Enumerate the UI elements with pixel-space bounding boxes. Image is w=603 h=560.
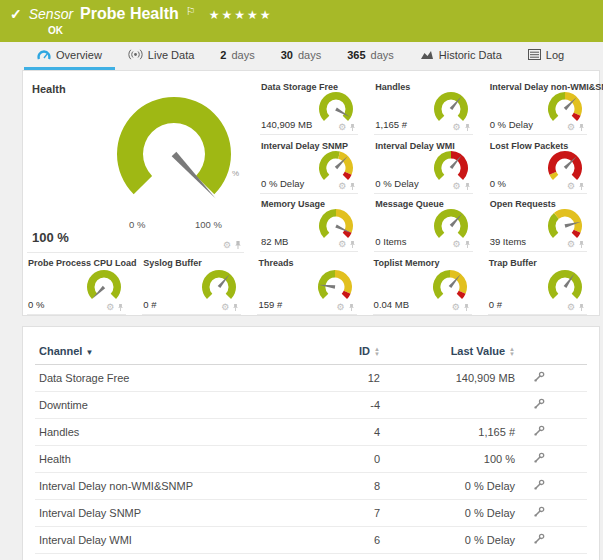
pin-icon[interactable] bbox=[578, 123, 585, 132]
channels-panel: Channel▼ ID▲▼ Last Value▲▼ Data Storage … bbox=[22, 326, 600, 560]
channel-settings-icon[interactable] bbox=[533, 371, 545, 383]
gauge-cell-toplist-memory: Toplist Memory 0.04 MB ⚙ bbox=[369, 253, 484, 315]
sort-desc-icon: ▼ bbox=[85, 348, 93, 357]
gear-icon[interactable]: ⚙ bbox=[567, 240, 575, 249]
gear-icon[interactable]: ⚙ bbox=[567, 303, 575, 312]
column-header-actions bbox=[515, 341, 587, 365]
pin-icon[interactable] bbox=[464, 123, 471, 132]
tab-log[interactable]: Log bbox=[515, 42, 577, 70]
priority-stars[interactable]: ★★★★★ bbox=[209, 8, 273, 22]
bottom-gauges-row: Probe Process CPU Load 0 % ⚙ Syslog Buff… bbox=[23, 253, 599, 315]
gear-icon[interactable]: ⚙ bbox=[338, 240, 346, 249]
page-title: Probe Health bbox=[80, 5, 179, 23]
column-header-id[interactable]: ID▲▼ bbox=[325, 341, 380, 365]
pin-icon[interactable] bbox=[578, 240, 585, 249]
gauge-cell-interval-delay-wmi: Interval Delay WMI 0 % Delay ⚙ bbox=[370, 136, 484, 194]
tab-30-days[interactable]: 30 days bbox=[268, 42, 335, 70]
pin-icon[interactable] bbox=[232, 303, 239, 312]
table-row[interactable]: Interval Delay SNMP 7 0 % Delay bbox=[35, 500, 587, 527]
health-gauge-min-label: 0 % bbox=[129, 219, 145, 230]
health-gauge-value: 100 % bbox=[32, 230, 69, 245]
sensor-header: ✓ Sensor Probe Health ⚐ ★★★★★ OK bbox=[0, 0, 603, 42]
pin-icon[interactable] bbox=[578, 303, 585, 312]
syslog-buffer-gauge bbox=[199, 267, 239, 307]
threads-gauge bbox=[315, 267, 355, 307]
gauge-cell-memory-usage: Memory Usage 82 MB ⚙ bbox=[256, 194, 370, 252]
gauges-panel: Health % 0 % 100 % 100 % ⚙ Data Storage … bbox=[22, 70, 600, 316]
tab-overview[interactable]: Overview bbox=[24, 42, 115, 70]
pin-icon[interactable] bbox=[348, 303, 355, 312]
log-icon bbox=[528, 49, 541, 60]
gauge-cell-threads: Threads 159 # ⚙ bbox=[253, 253, 368, 315]
table-row[interactable]: Lost Flow Packets 10 0 % bbox=[35, 554, 587, 560]
channels-table-body: Data Storage Free 12 140,909 MB Downtime… bbox=[35, 365, 587, 560]
chart-icon bbox=[420, 49, 434, 60]
gear-icon[interactable]: ⚙ bbox=[453, 240, 461, 249]
pin-icon[interactable] bbox=[349, 182, 356, 191]
sort-icon: ▲▼ bbox=[509, 347, 515, 357]
gear-icon[interactable]: ⚙ bbox=[106, 303, 114, 312]
pin-icon[interactable] bbox=[117, 303, 124, 312]
sensor-type-label: Sensor bbox=[29, 6, 73, 22]
column-header-last-value[interactable]: Last Value▲▼ bbox=[380, 341, 515, 365]
gauge-cell-syslog-buffer: Syslog Buffer 0 # ⚙ bbox=[138, 253, 253, 315]
pin-icon[interactable] bbox=[463, 303, 470, 312]
pin-icon[interactable] bbox=[464, 182, 471, 191]
table-row[interactable]: Health 0 100 % bbox=[35, 446, 587, 473]
channel-settings-icon[interactable] bbox=[533, 398, 545, 410]
pin-icon[interactable] bbox=[349, 123, 356, 132]
table-row[interactable]: Interval Delay non-WMI&SNMP 8 0 % Delay bbox=[35, 473, 587, 500]
gear-icon[interactable]: ⚙ bbox=[221, 303, 229, 312]
gauge-cell-handles: Handles 1,165 # ⚙ bbox=[370, 77, 484, 135]
gear-icon[interactable]: ⚙ bbox=[452, 303, 460, 312]
channel-settings-icon[interactable] bbox=[533, 479, 545, 491]
gear-icon[interactable]: ⚙ bbox=[567, 182, 575, 191]
channel-settings-icon[interactable] bbox=[533, 452, 545, 464]
tab-365-days[interactable]: 365 days bbox=[334, 42, 407, 70]
health-gauge bbox=[109, 89, 239, 219]
health-gauge-max-label: 100 % bbox=[195, 219, 222, 230]
gauge-cell-message-queue: Message Queue 0 Items ⚙ bbox=[370, 194, 484, 252]
gear-icon[interactable]: ⚙ bbox=[567, 123, 575, 132]
gear-icon[interactable]: ⚙ bbox=[453, 123, 461, 132]
channel-settings-icon[interactable] bbox=[533, 425, 545, 437]
channel-settings-icon[interactable] bbox=[533, 506, 545, 518]
tab-2-days[interactable]: 2 days bbox=[207, 42, 267, 70]
tab-live-data[interactable]: Live Data bbox=[115, 42, 207, 70]
pin-icon[interactable] bbox=[234, 240, 242, 250]
table-row[interactable]: Data Storage Free 12 140,909 MB bbox=[35, 365, 587, 392]
table-row[interactable]: Downtime -4 bbox=[35, 392, 587, 419]
table-row[interactable]: Handles 4 1,165 # bbox=[35, 419, 587, 446]
channels-table: Channel▼ ID▲▼ Last Value▲▼ Data Storage … bbox=[35, 341, 587, 560]
health-gauge-unit: % bbox=[232, 169, 239, 178]
priority-flag-icon[interactable]: ⚐ bbox=[186, 5, 196, 18]
gauge-cell-trap-buffer: Trap Buffer 0 # ⚙ bbox=[484, 253, 599, 315]
gear-icon[interactable]: ⚙ bbox=[223, 241, 231, 250]
gauge-cell-probe-process-cpu-load: Probe Process CPU Load 0 % ⚙ bbox=[23, 253, 138, 315]
gear-icon[interactable]: ⚙ bbox=[337, 303, 345, 312]
gear-icon[interactable]: ⚙ bbox=[338, 123, 346, 132]
health-gauge-cell: Health % 0 % 100 % 100 % ⚙ bbox=[23, 77, 256, 253]
status-badge: OK bbox=[48, 25, 593, 36]
status-check-icon: ✓ bbox=[10, 6, 22, 22]
gear-icon[interactable]: ⚙ bbox=[453, 182, 461, 191]
health-gauge-label: Health bbox=[32, 83, 66, 95]
trap-buffer-gauge bbox=[545, 267, 585, 307]
tab-historic-data[interactable]: Historic Data bbox=[407, 42, 515, 70]
table-row[interactable]: Interval Delay WMI 6 0 % Delay bbox=[35, 527, 587, 554]
pin-icon[interactable] bbox=[578, 182, 585, 191]
pin-icon[interactable] bbox=[349, 240, 356, 249]
gauge-cell-data-storage-free: Data Storage Free 140,909 MB ⚙ bbox=[256, 77, 370, 135]
gauge-icon bbox=[37, 49, 51, 61]
gear-icon[interactable]: ⚙ bbox=[338, 182, 346, 191]
gauge-cell-lost-flow-packets: Lost Flow Packets 0 % ⚙ bbox=[485, 136, 599, 194]
channel-settings-icon[interactable] bbox=[533, 533, 545, 545]
tab-bar: Overview Live Data 2 days 30 days 365 da… bbox=[0, 42, 603, 70]
live-signal-icon bbox=[128, 49, 143, 60]
sort-icon: ▲▼ bbox=[374, 347, 380, 357]
pin-icon[interactable] bbox=[464, 240, 471, 249]
column-header-channel[interactable]: Channel▼ bbox=[35, 341, 325, 365]
probe-process-cpu-load-gauge bbox=[84, 267, 124, 307]
small-gauges-grid: Data Storage Free 140,909 MB ⚙ Handles 1… bbox=[256, 77, 599, 253]
gauge-cell-interval-delay-snmp: Interval Delay SNMP 0 % Delay ⚙ bbox=[256, 136, 370, 194]
